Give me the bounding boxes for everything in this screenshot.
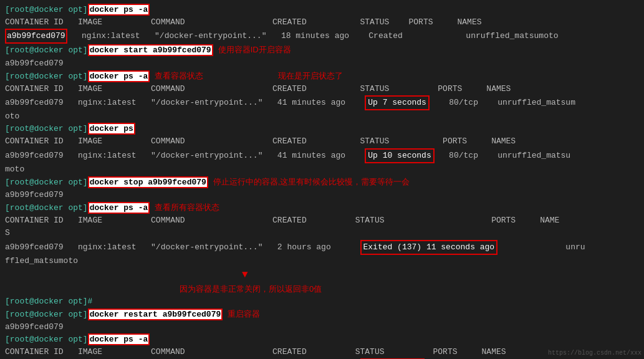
- cmd-3: docker ps -a: [88, 70, 150, 83]
- cmd-2: docker start a9b99fced079: [88, 44, 213, 57]
- cmd-highlight-2: docker start a9b99fced079: [88, 44, 213, 56]
- annotation-5: 停止运行中的容器,这里有时候会比较慢，需要等待一会: [213, 176, 410, 188]
- header-4: CONTAINER ID IMAGE COMMAND CREATED STATU…: [5, 214, 639, 227]
- note-text-line: 因为容器是非正常关闭，所以返回非0值: [180, 283, 639, 295]
- line-4: [root@docker opt]docker ps: [5, 123, 639, 135]
- header-text-3: CONTAINER ID IMAGE COMMAND CREATED STATU…: [5, 135, 516, 148]
- prompt-8: [root@docker opt]: [5, 333, 88, 346]
- prompt-6: [root@docker opt]: [5, 202, 88, 214]
- note-text: 因为容器是非正常关闭，所以返回非0值: [180, 283, 322, 295]
- output-7: a9b99fced079: [5, 321, 639, 333]
- cmd-highlight-1: docker ps -a: [88, 4, 150, 16]
- header-text-4: CONTAINER ID IMAGE COMMAND CREATED STATU…: [5, 214, 559, 227]
- header-4b: S: [5, 227, 639, 239]
- data-row-3: a9b99fced079 nginx:latest "/docker-entry…: [5, 148, 639, 163]
- row3-rest: 80/tcp unruffled_matsu: [435, 150, 570, 162]
- note-right-3: 现在是开启状态了: [278, 70, 343, 82]
- output-2: a9b99fced079: [5, 57, 639, 70]
- container-id-1: a9b99fced079: [5, 29, 67, 44]
- data-row-1: a9b99fced079 nginx:latest "/docker-entry…: [5, 29, 639, 44]
- cmd-1: docker ps -a: [88, 4, 150, 16]
- prompt-5: [root@docker opt]: [5, 176, 88, 189]
- row2-cid: a9b99fced079 nginx:latest "/docker-entry…: [5, 97, 365, 109]
- row2-rest: 80/tcp unruffled_matsum: [430, 97, 575, 109]
- output-text-5: a9b99fced079: [5, 189, 64, 201]
- prompt-3: [root@docker opt]: [5, 70, 88, 83]
- header-2: CONTAINER ID IMAGE COMMAND CREATED STATU…: [5, 83, 639, 95]
- line-blank: [root@docker opt]#: [5, 295, 639, 308]
- line-2: [root@docker opt]docker start a9b99fced0…: [5, 44, 639, 57]
- cmd-7: docker restart a9b99fced079: [88, 309, 223, 321]
- annotation-2: 使用容器ID开启容器: [218, 44, 291, 56]
- line-3: [root@docker opt]docker ps -a 查看容器状态 现在是…: [5, 70, 639, 83]
- row3b-text: moto: [5, 163, 24, 176]
- header-text-5: CONTAINER ID IMAGE COMMAND CREATED STATU…: [5, 346, 506, 358]
- line-8: [root@docker opt]docker ps -a: [5, 333, 639, 346]
- data-row-2b: oto: [5, 110, 639, 123]
- row4-cid: a9b99fced079 nginx:latest "/docker-entry…: [5, 241, 360, 254]
- prompt-7: [root@docker opt]: [5, 309, 88, 321]
- terminal: [root@docker opt]docker ps -a CONTAINER …: [5, 4, 639, 359]
- cmd-5: docker stop a9b99fced079: [88, 176, 208, 189]
- prompt-blank: [root@docker opt]#: [5, 295, 92, 308]
- annotation-7: 重启容器: [228, 308, 260, 320]
- header-1: CONTAINER ID IMAGE COMMAND CREATED STATU…: [5, 16, 639, 29]
- annotation-3: 查看容器状态: [155, 70, 203, 82]
- row1-rest: nginx:latest "/docker-entrypoint..." 18 …: [67, 30, 559, 42]
- header-text-1: CONTAINER ID IMAGE COMMAND CREATED STATU…: [5, 16, 482, 29]
- cmd-6: docker ps -a: [88, 202, 150, 214]
- header-5: CONTAINER ID IMAGE COMMAND CREATED STATU…: [5, 346, 639, 358]
- prompt-2: [root@docker opt]: [5, 44, 88, 57]
- row4b-text: ffled_matsumoto: [5, 255, 78, 267]
- cmd-8: docker ps -a: [88, 333, 150, 346]
- cmd-highlight-4: docker ps: [88, 123, 135, 135]
- output-text-2: a9b99fced079: [5, 57, 64, 70]
- line-5: [root@docker opt]docker stop a9b99fced07…: [5, 176, 639, 189]
- status-2: Up 7 seconds: [365, 95, 430, 110]
- data-row-2: a9b99fced079 nginx:latest "/docker-entry…: [5, 95, 639, 110]
- prompt-1: [root@docker opt]: [5, 4, 88, 16]
- data-row-4: a9b99fced079 nginx:latest "/docker-entry…: [5, 240, 639, 255]
- arrow-icon: ▼: [242, 267, 248, 283]
- cmd-highlight-3: docker ps -a: [88, 70, 150, 82]
- cmd-highlight-7: docker restart a9b99fced079: [88, 309, 223, 320]
- note-arrow-line: ▼: [242, 267, 639, 283]
- status-3: Up 10 seconds: [365, 148, 434, 163]
- header-text-2: CONTAINER ID IMAGE COMMAND CREATED STATU…: [5, 83, 511, 95]
- data-row-3b: moto: [5, 163, 639, 176]
- line-6: [root@docker opt]docker ps -a 查看所有容器状态: [5, 201, 639, 214]
- output-text-7: a9b99fced079: [5, 321, 64, 333]
- status-4: Exited (137) 11 seconds ago: [360, 240, 498, 255]
- watermark: https://blog.csdn.net/xxx: [548, 350, 642, 357]
- header-text-4b: S: [5, 227, 10, 239]
- line-7: [root@docker opt]docker restart a9b99fce…: [5, 308, 639, 321]
- output-5: a9b99fced079: [5, 189, 639, 201]
- prompt-4: [root@docker opt]: [5, 123, 88, 135]
- row2b-text: oto: [5, 110, 19, 123]
- row4-rest: unru: [497, 241, 585, 254]
- cmd-4: docker ps: [88, 123, 135, 135]
- cmd-highlight-6: docker ps -a: [88, 202, 150, 214]
- row3-cid: a9b99fced079 nginx:latest "/docker-entry…: [5, 150, 365, 162]
- line-1: [root@docker opt]docker ps -a: [5, 4, 639, 16]
- cmd-highlight-5: docker stop a9b99fced079: [88, 176, 208, 188]
- data-row-4b: ffled_matsumoto: [5, 255, 639, 267]
- annotation-6: 查看所有容器状态: [155, 201, 219, 214]
- header-3: CONTAINER ID IMAGE COMMAND CREATED STATU…: [5, 135, 639, 148]
- cmd-highlight-8: docker ps -a: [88, 333, 150, 345]
